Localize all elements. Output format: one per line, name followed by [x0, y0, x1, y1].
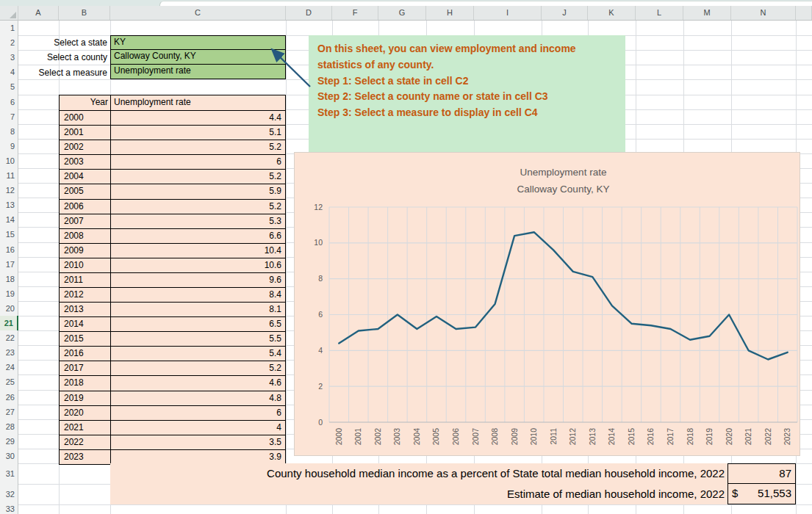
- year-cell[interactable]: 2012: [60, 288, 111, 302]
- column-header-partial[interactable]: [796, 6, 812, 20]
- row-header-14[interactable]: 14: [0, 212, 18, 227]
- value-cell[interactable]: 8.4: [111, 288, 285, 302]
- year-cell[interactable]: 2015: [60, 332, 111, 346]
- year-cell[interactable]: 2016: [60, 347, 111, 361]
- year-cell[interactable]: 2023: [60, 450, 111, 464]
- column-header-L[interactable]: L: [636, 6, 683, 20]
- row-header-9[interactable]: 9: [0, 139, 18, 153]
- value-cell[interactable]: 5.2: [111, 200, 285, 214]
- year-cell[interactable]: 2008: [60, 229, 111, 243]
- row-header-18[interactable]: 18: [0, 272, 18, 286]
- value-cell[interactable]: 5.2: [111, 361, 285, 375]
- select-all-corner[interactable]: [0, 6, 18, 21]
- instruction-box[interactable]: On this sheet, you can view employment a…: [309, 35, 625, 155]
- value-cell[interactable]: 5.3: [111, 214, 285, 228]
- row-header-19[interactable]: 19: [0, 286, 18, 301]
- county-select-cell[interactable]: Calloway County, KY: [110, 49, 286, 65]
- column-header-K[interactable]: K: [588, 6, 636, 20]
- year-header-cell[interactable]: Year: [60, 95, 111, 110]
- year-cell[interactable]: 2001: [60, 126, 111, 140]
- income-percent-value-cell[interactable]: 87: [727, 463, 796, 484]
- value-cell[interactable]: 6.6: [111, 229, 285, 243]
- measure-select-cell[interactable]: Unemployment rate: [110, 64, 286, 79]
- value-cell[interactable]: 5.4: [111, 347, 285, 361]
- row-header-7[interactable]: 7: [0, 109, 18, 124]
- column-header-F[interactable]: F: [332, 6, 378, 20]
- row-header-22[interactable]: 22: [0, 330, 18, 345]
- row-header-13[interactable]: 13: [0, 198, 18, 212]
- year-cell[interactable]: 2022: [60, 435, 111, 449]
- column-header-A[interactable]: A: [18, 6, 59, 20]
- year-cell[interactable]: 2020: [60, 406, 111, 420]
- value-cell[interactable]: 9.6: [111, 273, 285, 287]
- row-header-17[interactable]: 17: [0, 257, 18, 272]
- column-header-B[interactable]: B: [59, 6, 110, 20]
- value-cell[interactable]: 5.2: [111, 140, 285, 154]
- year-cell[interactable]: 2005: [60, 184, 111, 198]
- value-cell[interactable]: 5.2: [111, 170, 285, 184]
- unemployment-chart[interactable]: 0246810122000200120022003200420052006200…: [294, 152, 800, 456]
- year-cell[interactable]: 2018: [60, 376, 111, 390]
- year-cell[interactable]: 2004: [60, 170, 111, 184]
- value-cell[interactable]: 5.1: [111, 126, 285, 140]
- row-header-8[interactable]: 8: [0, 124, 18, 139]
- year-cell[interactable]: 2006: [60, 200, 111, 214]
- row-header-5[interactable]: 5: [0, 79, 18, 94]
- value-cell[interactable]: 4.6: [111, 376, 285, 390]
- row-header-1[interactable]: 1: [0, 21, 18, 35]
- year-cell[interactable]: 2011: [60, 273, 111, 287]
- row-header-11[interactable]: 11: [0, 168, 18, 183]
- row-header-15[interactable]: 15: [0, 227, 18, 242]
- row-header-31[interactable]: 31: [0, 463, 18, 484]
- column-header-N[interactable]: N: [731, 6, 796, 20]
- column-header-M[interactable]: M: [683, 6, 731, 20]
- year-cell[interactable]: 2009: [60, 244, 111, 258]
- row-header-28[interactable]: 28: [0, 419, 18, 434]
- year-cell[interactable]: 2002: [60, 140, 111, 154]
- row-header-25[interactable]: 25: [0, 374, 18, 389]
- year-cell[interactable]: 2003: [60, 155, 111, 169]
- column-header-J[interactable]: J: [542, 6, 588, 20]
- row-header-33[interactable]: 33: [0, 504, 18, 514]
- row-header-6[interactable]: 6: [0, 95, 18, 109]
- year-cell[interactable]: 2019: [60, 391, 111, 405]
- column-header-C[interactable]: C: [110, 6, 286, 20]
- row-header-20[interactable]: 20: [0, 301, 18, 316]
- row-header-26[interactable]: 26: [0, 390, 18, 405]
- row-header-12[interactable]: 12: [0, 183, 18, 198]
- column-header-I[interactable]: I: [474, 6, 542, 20]
- income-estimate-value-cell[interactable]: $ 51,553: [727, 483, 796, 504]
- value-cell[interactable]: 4.4: [111, 111, 285, 125]
- year-cell[interactable]: 2021: [60, 421, 111, 435]
- value-cell[interactable]: 10.6: [111, 258, 285, 272]
- measure-header-cell[interactable]: Unemployment rate: [111, 95, 285, 110]
- value-cell[interactable]: 10.4: [111, 244, 285, 258]
- row-header-27[interactable]: 27: [0, 405, 18, 419]
- row-header-32[interactable]: 32: [0, 484, 18, 504]
- year-cell[interactable]: 2000: [60, 111, 111, 125]
- value-cell[interactable]: 3.5: [111, 435, 285, 449]
- year-cell[interactable]: 2014: [60, 317, 111, 331]
- row-header-23[interactable]: 23: [0, 345, 18, 360]
- row-header-16[interactable]: 16: [0, 242, 18, 257]
- year-cell[interactable]: 2017: [60, 361, 111, 375]
- value-cell[interactable]: 5.9: [111, 184, 285, 198]
- value-cell[interactable]: 8.1: [111, 303, 285, 316]
- column-header-G[interactable]: G: [378, 6, 426, 20]
- year-cell[interactable]: 2007: [60, 214, 111, 228]
- column-header-H[interactable]: H: [426, 6, 474, 20]
- value-cell[interactable]: 6.5: [111, 317, 285, 331]
- year-cell[interactable]: 2013: [60, 303, 111, 316]
- state-select-cell[interactable]: KY: [110, 35, 286, 51]
- value-cell[interactable]: 4: [111, 421, 285, 435]
- row-header-21[interactable]: 21: [0, 316, 18, 330]
- value-cell[interactable]: 3.9: [111, 450, 285, 464]
- value-cell[interactable]: 6: [111, 155, 285, 169]
- row-header-24[interactable]: 24: [0, 360, 18, 374]
- value-cell[interactable]: 5.5: [111, 332, 285, 346]
- column-header-D[interactable]: D: [286, 6, 332, 20]
- year-cell[interactable]: 2010: [60, 258, 111, 272]
- value-cell[interactable]: 4.8: [111, 391, 285, 405]
- row-header-29[interactable]: 29: [0, 434, 18, 449]
- row-header-30[interactable]: 30: [0, 449, 18, 463]
